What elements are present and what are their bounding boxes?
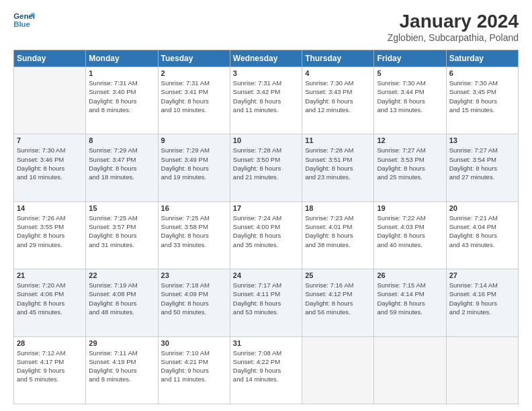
day-info: Sunrise: 7:22 AM Sunset: 4:03 PM Dayligh…: [377, 214, 443, 249]
table-row: 19Sunrise: 7:22 AM Sunset: 4:03 PM Dayli…: [374, 201, 446, 269]
table-row: 3Sunrise: 7:31 AM Sunset: 3:42 PM Daylig…: [230, 67, 302, 134]
table-row: 11Sunrise: 7:28 AM Sunset: 3:51 PM Dayli…: [302, 134, 374, 201]
calendar-table: Sunday Monday Tuesday Wednesday Thursday…: [13, 50, 519, 404]
day-info: Sunrise: 7:11 AM Sunset: 4:19 PM Dayligh…: [89, 349, 154, 384]
table-row: 5Sunrise: 7:30 AM Sunset: 3:44 PM Daylig…: [374, 67, 446, 134]
table-row: 14Sunrise: 7:26 AM Sunset: 3:55 PM Dayli…: [14, 201, 86, 269]
main-title: January 2024: [388, 11, 519, 32]
day-number: 24: [233, 271, 299, 279]
day-number: 17: [233, 204, 299, 212]
day-number: 10: [233, 136, 299, 144]
day-number: 20: [449, 204, 515, 212]
day-info: Sunrise: 7:15 AM Sunset: 4:14 PM Dayligh…: [377, 281, 443, 316]
page: General Blue January 2024 Zglobien, Subc…: [0, 0, 532, 411]
table-row: [302, 336, 374, 404]
logo: General Blue: [13, 11, 35, 30]
day-number: 11: [305, 136, 371, 144]
day-number: 28: [17, 339, 83, 347]
table-row: 2Sunrise: 7:31 AM Sunset: 3:41 PM Daylig…: [158, 67, 230, 134]
table-row: 8Sunrise: 7:29 AM Sunset: 3:47 PM Daylig…: [86, 134, 158, 201]
col-friday: Friday: [374, 50, 446, 67]
table-row: 10Sunrise: 7:28 AM Sunset: 3:50 PM Dayli…: [230, 134, 302, 201]
calendar-header-row: Sunday Monday Tuesday Wednesday Thursday…: [14, 50, 519, 67]
day-number: 22: [89, 271, 154, 279]
table-row: 18Sunrise: 7:23 AM Sunset: 4:01 PM Dayli…: [302, 201, 374, 269]
table-row: [446, 336, 518, 404]
day-info: Sunrise: 7:30 AM Sunset: 3:44 PM Dayligh…: [377, 79, 443, 114]
table-row: 6Sunrise: 7:30 AM Sunset: 3:45 PM Daylig…: [446, 67, 518, 134]
day-info: Sunrise: 7:30 AM Sunset: 3:46 PM Dayligh…: [17, 146, 83, 181]
day-info: Sunrise: 7:17 AM Sunset: 4:11 PM Dayligh…: [233, 281, 299, 316]
table-row: 24Sunrise: 7:17 AM Sunset: 4:11 PM Dayli…: [230, 269, 302, 336]
table-row: 20Sunrise: 7:21 AM Sunset: 4:04 PM Dayli…: [446, 201, 518, 269]
table-row: 17Sunrise: 7:24 AM Sunset: 4:00 PM Dayli…: [230, 201, 302, 269]
day-number: 30: [161, 339, 227, 347]
day-info: Sunrise: 7:30 AM Sunset: 3:43 PM Dayligh…: [305, 79, 371, 114]
day-info: Sunrise: 7:23 AM Sunset: 4:01 PM Dayligh…: [305, 214, 371, 249]
calendar-week-row: 28Sunrise: 7:12 AM Sunset: 4:17 PM Dayli…: [14, 336, 519, 404]
table-row: 28Sunrise: 7:12 AM Sunset: 4:17 PM Dayli…: [14, 336, 86, 404]
day-number: 29: [89, 339, 154, 347]
header: General Blue January 2024 Zglobien, Subc…: [13, 11, 519, 43]
day-number: 26: [377, 271, 443, 279]
col-tuesday: Tuesday: [158, 50, 230, 67]
day-number: 3: [233, 69, 299, 77]
day-info: Sunrise: 7:25 AM Sunset: 3:57 PM Dayligh…: [89, 214, 154, 249]
day-info: Sunrise: 7:31 AM Sunset: 3:42 PM Dayligh…: [233, 79, 299, 114]
table-row: 15Sunrise: 7:25 AM Sunset: 3:57 PM Dayli…: [86, 201, 158, 269]
day-info: Sunrise: 7:25 AM Sunset: 3:58 PM Dayligh…: [161, 214, 227, 249]
table-row: 26Sunrise: 7:15 AM Sunset: 4:14 PM Dayli…: [374, 269, 446, 336]
day-number: 25: [305, 271, 371, 279]
day-info: Sunrise: 7:20 AM Sunset: 4:06 PM Dayligh…: [17, 281, 83, 316]
table-row: 31Sunrise: 7:08 AM Sunset: 4:22 PM Dayli…: [230, 336, 302, 404]
table-row: [374, 336, 446, 404]
day-number: 8: [89, 136, 154, 144]
day-info: Sunrise: 7:21 AM Sunset: 4:04 PM Dayligh…: [449, 214, 515, 249]
day-info: Sunrise: 7:08 AM Sunset: 4:22 PM Dayligh…: [233, 349, 299, 384]
day-info: Sunrise: 7:28 AM Sunset: 3:50 PM Dayligh…: [233, 146, 299, 181]
day-info: Sunrise: 7:28 AM Sunset: 3:51 PM Dayligh…: [305, 146, 371, 181]
day-info: Sunrise: 7:29 AM Sunset: 3:47 PM Dayligh…: [89, 146, 154, 181]
table-row: 12Sunrise: 7:27 AM Sunset: 3:53 PM Dayli…: [374, 134, 446, 201]
table-row: 27Sunrise: 7:14 AM Sunset: 4:16 PM Dayli…: [446, 269, 518, 336]
day-number: 31: [233, 339, 299, 347]
svg-text:Blue: Blue: [13, 20, 30, 28]
table-row: 25Sunrise: 7:16 AM Sunset: 4:12 PM Dayli…: [302, 269, 374, 336]
day-info: Sunrise: 7:18 AM Sunset: 4:09 PM Dayligh…: [161, 281, 227, 316]
day-number: 5: [377, 69, 443, 77]
subtitle: Zglobien, Subcarpathia, Poland: [388, 32, 519, 43]
calendar-week-row: 21Sunrise: 7:20 AM Sunset: 4:06 PM Dayli…: [14, 269, 519, 336]
day-number: 16: [161, 204, 227, 212]
day-info: Sunrise: 7:12 AM Sunset: 4:17 PM Dayligh…: [17, 349, 83, 384]
day-info: Sunrise: 7:10 AM Sunset: 4:21 PM Dayligh…: [161, 349, 227, 384]
day-number: 12: [377, 136, 443, 144]
table-row: 16Sunrise: 7:25 AM Sunset: 3:58 PM Dayli…: [158, 201, 230, 269]
logo-icon: General Blue: [13, 11, 35, 30]
table-row: 30Sunrise: 7:10 AM Sunset: 4:21 PM Dayli…: [158, 336, 230, 404]
day-number: 6: [449, 69, 515, 77]
day-number: 21: [17, 271, 83, 279]
day-number: 9: [161, 136, 227, 144]
table-row: 4Sunrise: 7:30 AM Sunset: 3:43 PM Daylig…: [302, 67, 374, 134]
day-info: Sunrise: 7:27 AM Sunset: 3:54 PM Dayligh…: [449, 146, 515, 181]
table-row: 22Sunrise: 7:19 AM Sunset: 4:08 PM Dayli…: [86, 269, 158, 336]
table-row: 29Sunrise: 7:11 AM Sunset: 4:19 PM Dayli…: [86, 336, 158, 404]
day-info: Sunrise: 7:26 AM Sunset: 3:55 PM Dayligh…: [17, 214, 83, 249]
day-info: Sunrise: 7:16 AM Sunset: 4:12 PM Dayligh…: [305, 281, 371, 316]
day-info: Sunrise: 7:27 AM Sunset: 3:53 PM Dayligh…: [377, 146, 443, 181]
table-row: 7Sunrise: 7:30 AM Sunset: 3:46 PM Daylig…: [14, 134, 86, 201]
day-number: 23: [161, 271, 227, 279]
table-row: 13Sunrise: 7:27 AM Sunset: 3:54 PM Dayli…: [446, 134, 518, 201]
calendar-week-row: 14Sunrise: 7:26 AM Sunset: 3:55 PM Dayli…: [14, 201, 519, 269]
day-info: Sunrise: 7:14 AM Sunset: 4:16 PM Dayligh…: [449, 281, 515, 316]
day-info: Sunrise: 7:19 AM Sunset: 4:08 PM Dayligh…: [89, 281, 154, 316]
calendar-week-row: 1Sunrise: 7:31 AM Sunset: 3:40 PM Daylig…: [14, 67, 519, 134]
col-thursday: Thursday: [302, 50, 374, 67]
table-row: 1Sunrise: 7:31 AM Sunset: 3:40 PM Daylig…: [86, 67, 158, 134]
day-number: 18: [305, 204, 371, 212]
day-number: 14: [17, 204, 83, 212]
day-number: 4: [305, 69, 371, 77]
day-number: 13: [449, 136, 515, 144]
col-saturday: Saturday: [446, 50, 518, 67]
day-info: Sunrise: 7:24 AM Sunset: 4:00 PM Dayligh…: [233, 214, 299, 249]
